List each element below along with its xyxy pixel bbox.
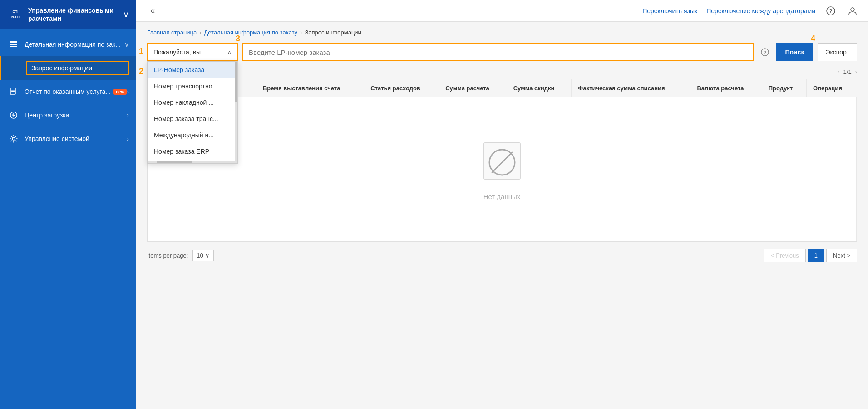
items-per-page-arrow: ∨ (205, 252, 210, 259)
svg-text:CTI: CTI (13, 10, 19, 14)
col-operation: Операция (806, 79, 856, 97)
dropdown-hscrollbar[interactable] (148, 161, 237, 163)
user-icon[interactable] (846, 5, 859, 17)
breadcrumb-home[interactable]: Главная страница (147, 29, 197, 36)
dropdown-item-lp[interactable]: LP-Номер заказа (148, 62, 237, 78)
no-data-row: Нет данных (148, 97, 857, 242)
search-button[interactable]: Поиск (776, 43, 813, 61)
info-request-label: Запрос информации (31, 64, 92, 72)
pagination-controls: < Previous 1 Next > (764, 249, 857, 262)
items-per-page-select[interactable]: 10 ∨ (192, 250, 213, 261)
sidebar-header-left: CTI NAO Управление финансовыми расчетами (7, 6, 123, 23)
info-request-box: Запрос информации (26, 61, 129, 75)
topbar-right: Переключить язык Переключение между арен… (642, 5, 859, 17)
data-table: Дата создания заказа Время выставления с… (147, 79, 857, 242)
svg-rect-4 (10, 44, 17, 45)
sidebar-item-detail-info[interactable]: Детальная информация по зак... ∨ (0, 33, 136, 56)
svg-text:?: ? (764, 50, 767, 55)
next-button[interactable]: Next > (826, 249, 857, 262)
items-per-page-label: Items per page: (147, 252, 188, 259)
search-bar: 1 Пожалуйста, вы... ∧ LP-Номер заказа Но… (147, 43, 857, 61)
main-area: « Переключить язык Переключение между ар… (136, 0, 868, 409)
new-badge: new (113, 89, 127, 95)
svg-text:NAO: NAO (11, 15, 20, 19)
svg-rect-8 (11, 91, 15, 92)
svg-rect-0 (7, 6, 24, 23)
next-arrow-top[interactable]: › (855, 68, 857, 75)
sidebar-item-info-request[interactable]: Запрос информации (0, 56, 136, 80)
col-product: Продукт (762, 79, 806, 97)
no-data-icon (479, 138, 525, 184)
svg-point-14 (851, 8, 854, 11)
pagination-top: ‹ 1/1 › (147, 68, 857, 75)
search-help-icon[interactable]: ? (759, 46, 771, 58)
system-management-chevron: › (127, 135, 129, 142)
content: Главная страница › Детальная информация … (136, 22, 868, 409)
col-discount: Сумма скидки (507, 79, 572, 97)
label-4: 4 (811, 34, 815, 44)
sidebar: CTI NAO Управление финансовыми расчетами… (0, 0, 136, 409)
label-1: 1 (139, 47, 143, 56)
prev-button[interactable]: < Previous (764, 249, 806, 262)
sidebar-logo: CTI NAO (7, 6, 24, 23)
help-icon[interactable]: ? (824, 5, 837, 17)
detail-info-chevron: ∨ (124, 41, 129, 48)
sidebar-item-download-center[interactable]: Центр загрузки › (0, 103, 136, 127)
breadcrumb-sep-1: › (199, 29, 201, 36)
select-box[interactable]: Пожалуйста, вы... ∧ (147, 43, 238, 61)
sidebar-header: CTI NAO Управление финансовыми расчетами… (0, 0, 136, 29)
label-2: 2 (139, 67, 143, 76)
breadcrumb-sep-2: › (300, 29, 302, 36)
download-center-icon (7, 109, 20, 122)
sidebar-label-service-report: Отчет по оказанным услуга... (25, 88, 111, 95)
download-center-chevron: › (127, 112, 129, 119)
table-header-row: Дата создания заказа Время выставления с… (148, 79, 857, 97)
sidebar-nav: Детальная информация по зак... ∨ Запрос … (0, 29, 136, 409)
service-report-chevron: › (127, 88, 129, 95)
svg-rect-3 (10, 41, 17, 43)
sidebar-item-service-report[interactable]: Отчет по оказанным услуга... new › (0, 80, 136, 103)
page-1-button[interactable]: 1 (808, 249, 824, 262)
topbar: « Переключить язык Переключение между ар… (136, 0, 868, 22)
search-input[interactable] (249, 49, 748, 56)
sidebar-label-detail-info: Детальная информация по зак... (25, 41, 124, 48)
search-type-select[interactable]: Пожалуйста, вы... ∧ LP-Номер заказа Номе… (147, 43, 238, 61)
col-currency: Валюта расчета (690, 79, 762, 97)
pagination-bottom: Items per page: 10 ∨ < Previous 1 Next > (147, 242, 857, 262)
dropdown-item-transport[interactable]: Номер транспортно... (148, 78, 237, 94)
sidebar-header-chevron[interactable]: ∨ (123, 10, 129, 19)
breadcrumb-current: Запрос информации (305, 29, 361, 36)
col-invoice-time: Время выставления счета (256, 79, 364, 97)
prev-arrow-top[interactable]: ‹ (838, 68, 839, 75)
label-3: 3 (236, 34, 240, 44)
sidebar-collapse-button[interactable]: « (145, 4, 160, 18)
select-arrow-icon: ∧ (227, 49, 232, 55)
col-expense-item: Статья расходов (364, 79, 439, 97)
service-report-icon (7, 85, 20, 98)
dropdown-item-waybill[interactable]: Номер накладной ... (148, 94, 237, 111)
sidebar-label-download-center: Центр загрузки (25, 112, 127, 119)
dropdown-item-erp[interactable]: Номер заказа ERP (148, 143, 237, 160)
search-input-wrapper (242, 43, 754, 61)
items-per-page-value: 10 (197, 252, 203, 259)
svg-point-11 (12, 137, 15, 140)
dropdown-scrollbar-thumb[interactable] (235, 62, 237, 102)
sidebar-title: Управление финансовыми расчетами (28, 6, 123, 23)
detail-info-icon (7, 38, 20, 51)
dropdown-scrollbar[interactable] (235, 62, 237, 163)
switch-tenant-link[interactable]: Переключение между арендаторами (706, 7, 815, 15)
dropdown-item-order-trans[interactable]: Номер заказа транс... (148, 111, 237, 127)
svg-rect-9 (11, 93, 13, 93)
dropdown-item-intl[interactable]: Международный н... (148, 127, 237, 143)
page-count-top: 1/1 (843, 68, 852, 75)
svg-rect-5 (10, 46, 17, 47)
col-actual-amount: Фактическая сумма списания (572, 79, 690, 97)
dropdown-hscrollbar-thumb[interactable] (157, 161, 192, 163)
svg-text:?: ? (829, 8, 832, 15)
switch-language-link[interactable]: Переключить язык (642, 7, 697, 15)
no-data-area: Нет данных (154, 102, 850, 237)
export-button[interactable]: Экспорт (818, 43, 857, 61)
sidebar-item-system-management[interactable]: Управление системой › (0, 127, 136, 151)
breadcrumb: Главная страница › Детальная информация … (147, 29, 857, 36)
breadcrumb-detail[interactable]: Детальная информация по заказу (204, 29, 297, 36)
